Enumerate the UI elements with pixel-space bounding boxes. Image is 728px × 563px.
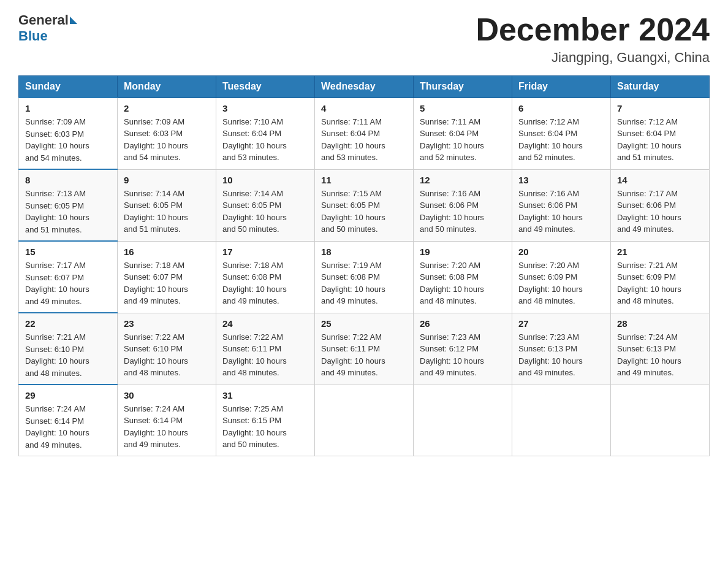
day-info: Sunrise: 7:22 AM Sunset: 6:11 PM Dayligh…	[321, 331, 407, 379]
calendar-table: SundayMondayTuesdayWednesdayThursdayFrid…	[18, 75, 710, 456]
calendar-cell: 21 Sunrise: 7:21 AM Sunset: 6:09 PM Dayl…	[611, 241, 710, 313]
day-info: Sunrise: 7:23 AM Sunset: 6:13 PM Dayligh…	[518, 331, 604, 379]
day-info: Sunrise: 7:21 AM Sunset: 6:09 PM Dayligh…	[617, 259, 703, 307]
day-info: Sunrise: 7:09 AM Sunset: 6:03 PM Dayligh…	[25, 116, 111, 164]
calendar-cell: 19 Sunrise: 7:20 AM Sunset: 6:08 PM Dayl…	[414, 241, 512, 313]
day-info: Sunrise: 7:17 AM Sunset: 6:07 PM Dayligh…	[25, 259, 111, 307]
day-number: 4	[321, 103, 407, 113]
logo-general-text: General	[18, 12, 69, 28]
day-number: 31	[222, 390, 308, 400]
header-tuesday: Tuesday	[216, 76, 315, 98]
day-info: Sunrise: 7:18 AM Sunset: 6:08 PM Dayligh…	[222, 259, 308, 307]
day-info: Sunrise: 7:09 AM Sunset: 6:03 PM Dayligh…	[124, 116, 210, 164]
calendar-cell: 8 Sunrise: 7:13 AM Sunset: 6:05 PM Dayli…	[19, 169, 118, 241]
calendar-cell	[611, 385, 710, 456]
header-monday: Monday	[118, 76, 216, 98]
day-number: 15	[25, 247, 111, 257]
day-info: Sunrise: 7:12 AM Sunset: 6:04 PM Dayligh…	[518, 116, 604, 164]
calendar-cell: 9 Sunrise: 7:14 AM Sunset: 6:05 PM Dayli…	[118, 169, 216, 241]
location-title: Jiangping, Guangxi, China	[476, 50, 710, 66]
calendar-cell: 23 Sunrise: 7:22 AM Sunset: 6:10 PM Dayl…	[118, 313, 216, 385]
calendar-cell: 30 Sunrise: 7:24 AM Sunset: 6:14 PM Dayl…	[118, 385, 216, 456]
calendar-body: 1 Sunrise: 7:09 AM Sunset: 6:03 PM Dayli…	[19, 98, 710, 456]
day-number: 3	[222, 103, 308, 113]
calendar-cell: 31 Sunrise: 7:25 AM Sunset: 6:15 PM Dayl…	[216, 385, 315, 456]
day-number: 22	[25, 318, 111, 329]
calendar-cell	[512, 385, 611, 456]
calendar-cell: 4 Sunrise: 7:11 AM Sunset: 6:04 PM Dayli…	[315, 98, 414, 169]
day-number: 16	[124, 247, 210, 257]
day-info: Sunrise: 7:22 AM Sunset: 6:10 PM Dayligh…	[124, 331, 210, 379]
month-title: December 2024	[476, 12, 710, 47]
calendar-cell: 24 Sunrise: 7:22 AM Sunset: 6:11 PM Dayl…	[216, 313, 315, 385]
calendar-cell: 7 Sunrise: 7:12 AM Sunset: 6:04 PM Dayli…	[611, 98, 710, 169]
calendar-cell: 17 Sunrise: 7:18 AM Sunset: 6:08 PM Dayl…	[216, 241, 315, 313]
header-friday: Friday	[512, 76, 611, 98]
day-number: 24	[222, 318, 308, 329]
day-info: Sunrise: 7:20 AM Sunset: 6:09 PM Dayligh…	[518, 259, 604, 307]
day-info: Sunrise: 7:24 AM Sunset: 6:13 PM Dayligh…	[617, 331, 703, 379]
calendar-cell: 16 Sunrise: 7:18 AM Sunset: 6:07 PM Dayl…	[118, 241, 216, 313]
calendar-week-row: 29 Sunrise: 7:24 AM Sunset: 6:14 PM Dayl…	[19, 385, 710, 456]
calendar-cell	[414, 385, 512, 456]
day-info: Sunrise: 7:17 AM Sunset: 6:06 PM Dayligh…	[617, 188, 703, 236]
calendar-cell: 18 Sunrise: 7:19 AM Sunset: 6:08 PM Dayl…	[315, 241, 414, 313]
day-number: 12	[420, 175, 506, 185]
day-number: 6	[518, 103, 604, 113]
calendar-cell: 13 Sunrise: 7:16 AM Sunset: 6:06 PM Dayl…	[512, 169, 611, 241]
day-info: Sunrise: 7:14 AM Sunset: 6:05 PM Dayligh…	[124, 188, 210, 236]
day-info: Sunrise: 7:12 AM Sunset: 6:04 PM Dayligh…	[617, 116, 703, 164]
calendar-cell: 5 Sunrise: 7:11 AM Sunset: 6:04 PM Dayli…	[414, 98, 512, 169]
day-number: 27	[518, 318, 604, 329]
day-number: 19	[420, 247, 506, 257]
day-number: 26	[420, 318, 506, 329]
day-info: Sunrise: 7:24 AM Sunset: 6:14 PM Dayligh…	[25, 403, 111, 451]
calendar-week-row: 22 Sunrise: 7:21 AM Sunset: 6:10 PM Dayl…	[19, 313, 710, 385]
calendar-cell: 25 Sunrise: 7:22 AM Sunset: 6:11 PM Dayl…	[315, 313, 414, 385]
calendar-cell: 10 Sunrise: 7:14 AM Sunset: 6:05 PM Dayl…	[216, 169, 315, 241]
day-info: Sunrise: 7:18 AM Sunset: 6:07 PM Dayligh…	[124, 259, 210, 307]
calendar-week-row: 15 Sunrise: 7:17 AM Sunset: 6:07 PM Dayl…	[19, 241, 710, 313]
header-saturday: Saturday	[611, 76, 710, 98]
day-number: 14	[617, 175, 703, 185]
day-info: Sunrise: 7:15 AM Sunset: 6:05 PM Dayligh…	[321, 188, 407, 236]
day-number: 21	[617, 247, 703, 257]
day-number: 8	[25, 175, 111, 185]
calendar-cell: 27 Sunrise: 7:23 AM Sunset: 6:13 PM Dayl…	[512, 313, 611, 385]
day-number: 5	[420, 103, 506, 113]
header-row: SundayMondayTuesdayWednesdayThursdayFrid…	[19, 76, 710, 98]
day-info: Sunrise: 7:22 AM Sunset: 6:11 PM Dayligh…	[222, 331, 308, 379]
calendar-cell: 1 Sunrise: 7:09 AM Sunset: 6:03 PM Dayli…	[19, 98, 118, 169]
calendar-cell: 26 Sunrise: 7:23 AM Sunset: 6:12 PM Dayl…	[414, 313, 512, 385]
day-number: 11	[321, 175, 407, 185]
header-wednesday: Wednesday	[315, 76, 414, 98]
logo-blue-text: Blue	[18, 28, 48, 44]
day-info: Sunrise: 7:11 AM Sunset: 6:04 PM Dayligh…	[321, 116, 407, 164]
day-info: Sunrise: 7:13 AM Sunset: 6:05 PM Dayligh…	[25, 188, 111, 236]
day-number: 13	[518, 175, 604, 185]
calendar-cell: 14 Sunrise: 7:17 AM Sunset: 6:06 PM Dayl…	[611, 169, 710, 241]
day-info: Sunrise: 7:21 AM Sunset: 6:10 PM Dayligh…	[25, 331, 111, 379]
calendar-cell: 22 Sunrise: 7:21 AM Sunset: 6:10 PM Dayl…	[19, 313, 118, 385]
day-number: 18	[321, 247, 407, 257]
day-number: 1	[25, 103, 111, 113]
calendar-cell: 11 Sunrise: 7:15 AM Sunset: 6:05 PM Dayl…	[315, 169, 414, 241]
header-sunday: Sunday	[19, 76, 118, 98]
day-info: Sunrise: 7:10 AM Sunset: 6:04 PM Dayligh…	[222, 116, 308, 164]
day-number: 30	[124, 390, 210, 400]
calendar-week-row: 8 Sunrise: 7:13 AM Sunset: 6:05 PM Dayli…	[19, 169, 710, 241]
calendar-cell: 28 Sunrise: 7:24 AM Sunset: 6:13 PM Dayl…	[611, 313, 710, 385]
day-number: 25	[321, 318, 407, 329]
title-area: December 2024 Jiangping, Guangxi, China	[476, 12, 710, 66]
day-number: 28	[617, 318, 703, 329]
day-info: Sunrise: 7:19 AM Sunset: 6:08 PM Dayligh…	[321, 259, 407, 307]
day-info: Sunrise: 7:25 AM Sunset: 6:15 PM Dayligh…	[222, 403, 308, 451]
logo: General Blue	[18, 12, 77, 44]
logo-triangle-icon	[70, 17, 77, 24]
day-number: 10	[222, 175, 308, 185]
day-info: Sunrise: 7:11 AM Sunset: 6:04 PM Dayligh…	[420, 116, 506, 164]
calendar-cell: 6 Sunrise: 7:12 AM Sunset: 6:04 PM Dayli…	[512, 98, 611, 169]
calendar-cell: 3 Sunrise: 7:10 AM Sunset: 6:04 PM Dayli…	[216, 98, 315, 169]
header-thursday: Thursday	[414, 76, 512, 98]
day-info: Sunrise: 7:14 AM Sunset: 6:05 PM Dayligh…	[222, 188, 308, 236]
